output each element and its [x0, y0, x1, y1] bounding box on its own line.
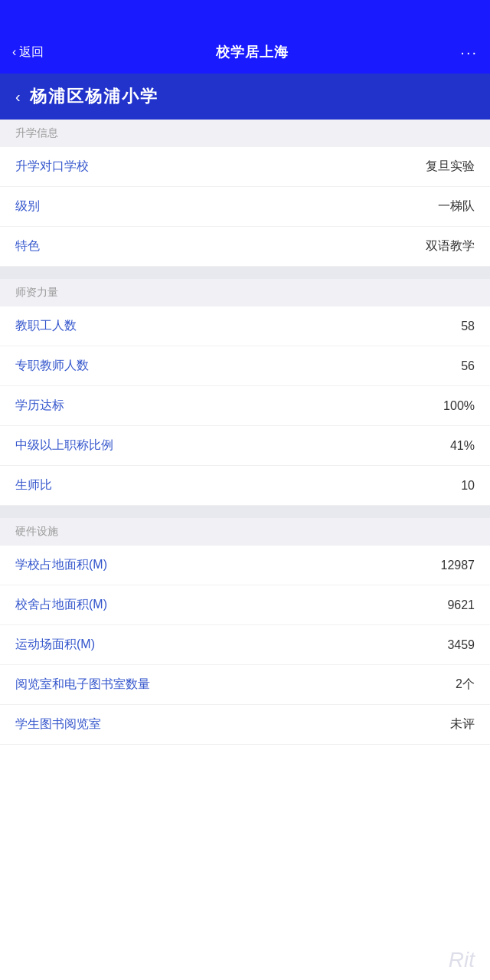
info-row-hardware-3: 阅览室和电子图书室数量2个 [0, 665, 490, 705]
info-row-teachers-3: 中级以上职称比例41% [0, 426, 490, 466]
info-row-label-teachers-0: 教职工人数 [15, 318, 77, 334]
info-row-label-teachers-3: 中级以上职称比例 [15, 438, 113, 454]
top-nav: ‹ 返回 校学居上海 ··· [0, 31, 490, 74]
info-row-label-admission-2: 特色 [15, 238, 40, 254]
info-row-value-hardware-4: 未评 [450, 716, 475, 733]
section-separator-admission: 升学信息 [0, 120, 490, 147]
info-row-value-teachers-2: 100% [443, 399, 475, 413]
info-row-hardware-4: 学生图书阅览室未评 [0, 705, 490, 745]
section-label-admission: 升学信息 [15, 126, 58, 140]
info-row-admission-1: 级别一梯队 [0, 187, 490, 227]
info-row-value-hardware-2: 3459 [447, 638, 475, 652]
info-row-label-teachers-2: 学历达标 [15, 398, 64, 414]
section-separator-teachers: 师资力量 [0, 279, 490, 306]
info-row-hardware-2: 运动场面积(M)3459 [0, 625, 490, 665]
back-chevron-icon: ‹ [12, 45, 16, 59]
info-row-label-hardware-4: 学生图书阅览室 [15, 716, 101, 733]
info-row-label-teachers-1: 专职教师人数 [15, 358, 89, 374]
thick-separator-0 [0, 267, 490, 279]
info-row-value-teachers-0: 58 [461, 320, 475, 333]
section-separator-hardware: 硬件设施 [0, 518, 490, 546]
info-row-value-hardware-1: 9621 [447, 598, 475, 612]
school-header: ‹ 杨浦区杨浦小学 [0, 74, 490, 120]
info-row-admission-2: 特色双语教学 [0, 227, 490, 267]
info-row-label-teachers-4: 生师比 [15, 477, 52, 493]
watermark: Rit [433, 940, 490, 980]
more-button[interactable]: ··· [460, 44, 478, 61]
nav-back-button[interactable]: ‹ 返回 [12, 44, 44, 61]
info-row-teachers-1: 专职教师人数56 [0, 346, 490, 386]
info-row-value-teachers-1: 56 [461, 359, 475, 373]
info-row-value-admission-0: 复旦实验 [426, 159, 475, 175]
section-label-hardware: 硬件设施 [15, 525, 58, 539]
info-row-value-teachers-3: 41% [450, 439, 475, 453]
info-row-value-teachers-4: 10 [461, 479, 475, 493]
info-row-hardware-0: 学校占地面积(M)12987 [0, 546, 490, 585]
sections-container: 升学信息升学对口学校复旦实验级别一梯队特色双语教学师资力量教职工人数58专职教师… [0, 120, 490, 745]
info-row-hardware-1: 校舍占地面积(M)9621 [0, 585, 490, 625]
info-row-value-admission-1: 一梯队 [438, 198, 475, 215]
status-bar [0, 0, 490, 31]
info-row-value-hardware-0: 12987 [441, 559, 475, 572]
info-row-admission-0: 升学对口学校复旦实验 [0, 147, 490, 187]
info-row-value-admission-2: 双语教学 [426, 238, 475, 254]
school-back-icon[interactable]: ‹ [15, 88, 21, 106]
info-row-label-hardware-1: 校舍占地面积(M) [15, 597, 107, 613]
thick-separator-1 [0, 506, 490, 518]
nav-title: 校学居上海 [216, 43, 289, 61]
info-row-label-hardware-0: 学校占地面积(M) [15, 557, 107, 573]
nav-back-label: 返回 [19, 44, 44, 61]
info-row-teachers-2: 学历达标100% [0, 386, 490, 426]
school-title: 杨浦区杨浦小学 [30, 85, 158, 108]
info-row-value-hardware-3: 2个 [456, 677, 475, 693]
info-row-label-hardware-3: 阅览室和电子图书室数量 [15, 677, 150, 693]
info-row-teachers-4: 生师比10 [0, 466, 490, 506]
info-row-teachers-0: 教职工人数58 [0, 306, 490, 346]
section-label-teachers: 师资力量 [15, 286, 58, 300]
info-row-label-hardware-2: 运动场面积(M) [15, 637, 95, 653]
info-row-label-admission-1: 级别 [15, 198, 40, 215]
info-row-label-admission-0: 升学对口学校 [15, 159, 89, 175]
